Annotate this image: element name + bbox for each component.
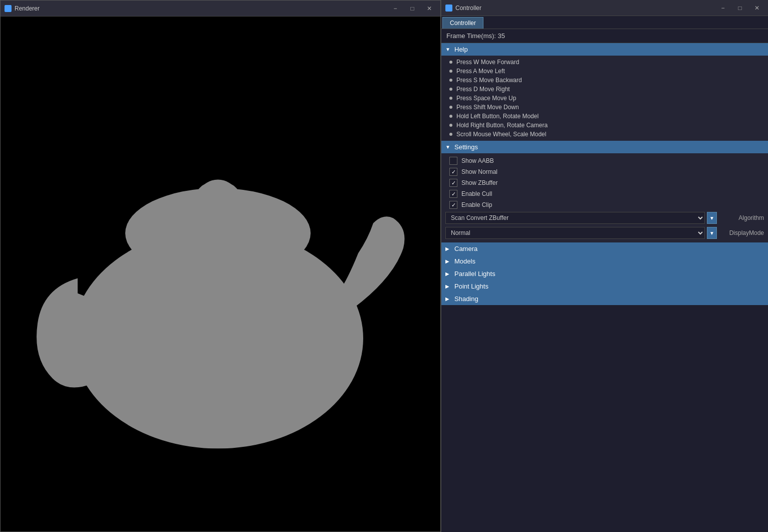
displaymode-select[interactable]: Normal — [445, 227, 705, 239]
teapot-visualization — [33, 98, 408, 450]
list-item: Press D Move Right — [441, 85, 768, 94]
show-zbuffer-checkbox[interactable]: ✓ — [449, 179, 457, 187]
settings-section-header[interactable]: ▼ Settings — [441, 141, 768, 153]
bullet-icon — [449, 88, 452, 91]
bullet-icon — [449, 106, 452, 109]
help-item-text: Press A Move Left — [456, 68, 505, 75]
help-section-arrow: ▼ — [445, 47, 451, 52]
renderer-title: Renderer — [5, 5, 40, 12]
displaymode-dropdown-arrow[interactable]: ▼ — [707, 227, 717, 239]
show-normal-checkbox[interactable]: ✓ — [449, 168, 457, 176]
point-lights-section-header[interactable]: ▶ Point Lights — [441, 280, 768, 293]
list-item: Hold Right Button, Rotate Camera — [441, 121, 768, 130]
list-item: Press S Move Backward — [441, 76, 768, 85]
renderer-icon — [5, 5, 12, 12]
svg-point-3 — [202, 180, 234, 202]
controller-titlebar-controls: − □ ✕ — [716, 3, 764, 13]
controller-panel: Controller − □ ✕ Controller Frame Time(m… — [441, 0, 768, 532]
displaymode-label: DisplayMode — [719, 229, 764, 236]
bullet-icon — [449, 79, 452, 82]
algorithm-label: Algorithm — [719, 214, 764, 221]
parallel-lights-section-arrow: ▶ — [445, 271, 451, 277]
algorithm-select[interactable]: Scan Convert ZBuffer — [445, 212, 705, 224]
controller-title-text: Controller — [455, 5, 481, 12]
show-aabb-label: Show AABB — [461, 157, 494, 164]
camera-section-arrow: ▶ — [445, 246, 451, 251]
models-section-header[interactable]: ▶ Models — [441, 255, 768, 268]
parallel-lights-section-label: Parallel Lights — [454, 270, 495, 278]
bullet-icon — [449, 97, 452, 100]
help-item-text: Hold Left Button, Rotate Model — [456, 113, 539, 120]
list-item: Hold Left Button, Rotate Model — [441, 112, 768, 121]
controller-icon — [445, 5, 452, 12]
settings-section-arrow: ▼ — [445, 144, 451, 150]
point-lights-section-label: Point Lights — [454, 283, 488, 290]
renderer-title-text: Renderer — [15, 5, 40, 12]
settings-item-enable-cull: ✓ Enable Cull — [441, 188, 768, 199]
settings-section-label: Settings — [454, 143, 478, 151]
renderer-titlebar-controls: − □ ✕ — [388, 4, 436, 14]
shading-section-label: Shading — [454, 295, 478, 303]
bullet-icon — [449, 124, 452, 127]
settings-item-show-aabb: Show AABB — [441, 155, 768, 166]
algorithm-dropdown-row: Scan Convert ZBuffer ▼ Algorithm — [441, 210, 768, 225]
help-section-label: Help — [454, 46, 468, 53]
help-item-text: Press S Move Backward — [456, 77, 522, 84]
controller-close-button[interactable]: ✕ — [750, 3, 764, 13]
models-section-arrow: ▶ — [445, 258, 451, 264]
list-item: Press A Move Left — [441, 67, 768, 76]
parallel-lights-section-header[interactable]: ▶ Parallel Lights — [441, 268, 768, 280]
controller-tab[interactable]: Controller — [442, 17, 483, 29]
algorithm-dropdown-arrow[interactable]: ▼ — [707, 212, 717, 224]
settings-item-enable-clip: ✓ Enable Clip — [441, 199, 768, 210]
controller-maximize-button[interactable]: □ — [733, 3, 747, 13]
help-section-content: Press W Move Forward Press A Move Left P… — [441, 56, 768, 141]
controller-tab-bar: Controller — [441, 16, 768, 29]
point-lights-section-arrow: ▶ — [445, 284, 451, 289]
list-item: Scroll Mouse Wheel, Scale Model — [441, 130, 768, 139]
show-zbuffer-label: Show ZBuffer — [461, 179, 497, 186]
enable-cull-label: Enable Cull — [461, 190, 492, 197]
enable-clip-checkbox[interactable]: ✓ — [449, 201, 457, 209]
renderer-canvas — [1, 17, 440, 531]
controller-titlebar: Controller − □ ✕ — [441, 0, 768, 16]
list-item: Press W Move Forward — [441, 58, 768, 67]
controller-body: Controller Frame Time(ms): 35 ▼ Help Pre… — [441, 16, 768, 532]
teapot-svg — [33, 98, 408, 449]
renderer-minimize-button[interactable]: − — [388, 4, 402, 14]
settings-item-show-normal: ✓ Show Normal — [441, 166, 768, 177]
help-item-text: Hold Right Button, Rotate Camera — [456, 122, 548, 129]
camera-section-header[interactable]: ▶ Camera — [441, 242, 768, 255]
help-item-text: Press D Move Right — [456, 86, 510, 93]
shading-section-arrow: ▶ — [445, 296, 451, 302]
help-item-text: Scroll Mouse Wheel, Scale Model — [456, 131, 546, 138]
frame-time-display: Frame Time(ms): 35 — [441, 29, 768, 43]
list-item: Press Shift Move Down — [441, 103, 768, 112]
help-item-text: Press Shift Move Down — [456, 104, 519, 111]
help-item-text: Press W Move Forward — [456, 59, 519, 66]
settings-item-show-zbuffer: ✓ Show ZBuffer — [441, 177, 768, 188]
renderer-window: Renderer − □ ✕ — [0, 0, 441, 532]
controller-minimize-button[interactable]: − — [716, 3, 730, 13]
renderer-maximize-button[interactable]: □ — [405, 4, 419, 14]
show-aabb-checkbox[interactable] — [449, 157, 457, 165]
show-normal-label: Show Normal — [461, 168, 497, 175]
settings-section-content: Show AABB ✓ Show Normal ✓ Show ZBuffer ✓… — [441, 153, 768, 242]
renderer-titlebar: Renderer − □ ✕ — [1, 1, 440, 17]
bullet-icon — [449, 70, 452, 73]
bullet-icon — [449, 115, 452, 118]
models-section-label: Models — [454, 257, 475, 265]
controller-title-area: Controller — [445, 5, 481, 12]
renderer-close-button[interactable]: ✕ — [422, 4, 436, 14]
help-section-header[interactable]: ▼ Help — [441, 43, 768, 56]
list-item: Press Space Move Up — [441, 94, 768, 103]
bullet-icon — [449, 133, 452, 136]
enable-clip-label: Enable Clip — [461, 201, 492, 208]
camera-section-label: Camera — [454, 245, 477, 252]
shading-section-header[interactable]: ▶ Shading — [441, 293, 768, 305]
help-item-text: Press Space Move Up — [456, 95, 516, 102]
bullet-icon — [449, 61, 452, 64]
displaymode-dropdown-row: Normal ▼ DisplayMode — [441, 225, 768, 240]
enable-cull-checkbox[interactable]: ✓ — [449, 190, 457, 198]
